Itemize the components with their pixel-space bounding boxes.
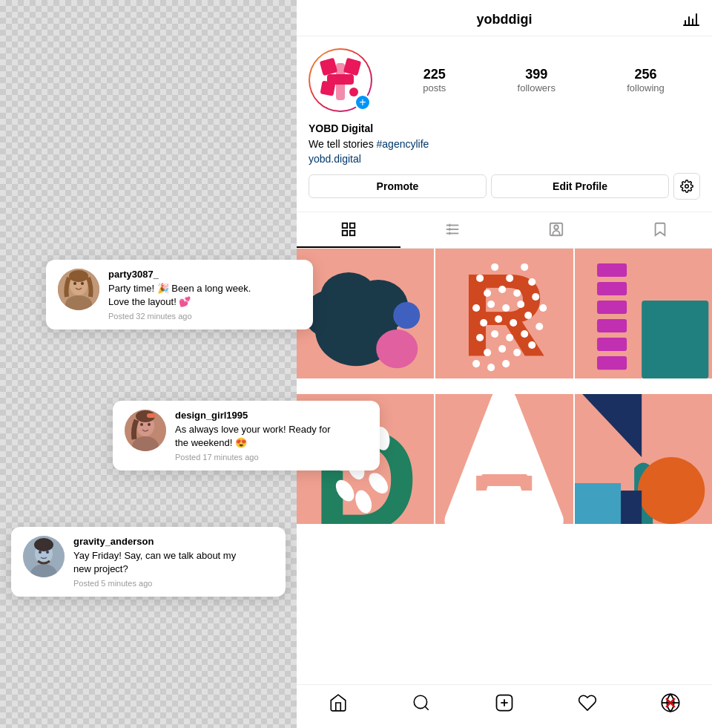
- comment-time-3: Posted 5 minutes ago: [73, 579, 237, 588]
- svg-rect-67: [597, 301, 627, 314]
- action-buttons: Promote Edit Profile: [309, 173, 700, 200]
- tab-tagged[interactable]: [504, 212, 608, 248]
- stat-followers[interactable]: 399 followers: [518, 67, 556, 94]
- svg-rect-90: [619, 491, 642, 524]
- grid-cell-2[interactable]: R: [435, 249, 573, 378]
- svg-point-40: [514, 289, 521, 297]
- comment-username-3: gravity_anderson: [73, 536, 237, 547]
- bio-text: We tell stories: [309, 138, 377, 150]
- stat-posts[interactable]: 225 posts: [423, 67, 446, 94]
- nav-search[interactable]: [380, 692, 463, 713]
- avatar-add-icon[interactable]: +: [355, 94, 371, 111]
- followers-label: followers: [518, 82, 556, 94]
- edit-profile-button[interactable]: Edit Profile: [491, 174, 669, 198]
- svg-point-104: [73, 282, 76, 285]
- grid-cell-5[interactable]: A: [435, 394, 573, 524]
- svg-point-43: [487, 301, 495, 308]
- comment-card-1: party3087_ Party time! 🎉 Been a long wee…: [46, 260, 313, 329]
- profile-bio: We tell stories #agencylife: [309, 137, 700, 152]
- nav-profile[interactable]: [629, 692, 712, 713]
- svg-point-44: [502, 304, 510, 312]
- comment-avatar-3: [23, 536, 65, 577]
- grid-cell-6[interactable]: [575, 394, 712, 524]
- svg-point-41: [529, 278, 536, 286]
- svg-point-50: [525, 312, 533, 319]
- svg-point-119: [34, 538, 53, 551]
- grid-cell-3[interactable]: [575, 249, 712, 378]
- svg-point-36: [506, 275, 513, 282]
- profile-top: + 225 posts 399 followers 256 following: [309, 48, 700, 112]
- svg-point-59: [514, 349, 521, 356]
- comment-content-3: gravity_anderson Yay Friday! Say, can we…: [73, 536, 237, 588]
- svg-rect-16: [350, 230, 355, 235]
- svg-point-31: [393, 302, 420, 329]
- avatar-wrapper[interactable]: +: [309, 48, 372, 112]
- grid-icon: [340, 221, 357, 237]
- svg-rect-91: [575, 483, 621, 524]
- settings-button[interactable]: [673, 173, 700, 200]
- svg-point-38: [484, 289, 491, 297]
- svg-point-47: [480, 319, 487, 327]
- nav-home[interactable]: [297, 692, 380, 713]
- svg-point-51: [540, 304, 547, 312]
- svg-line-93: [425, 706, 429, 710]
- stat-following[interactable]: 256 following: [627, 67, 665, 94]
- tab-saved[interactable]: [608, 212, 712, 248]
- svg-point-46: [533, 293, 540, 301]
- svg-point-24: [554, 225, 558, 229]
- svg-rect-15: [343, 230, 347, 235]
- svg-point-56: [536, 323, 544, 330]
- tab-list[interactable]: [400, 212, 504, 248]
- svg-rect-113: [147, 413, 156, 418]
- following-label: following: [627, 82, 665, 94]
- top-bar-username: yobddigi: [477, 12, 533, 27]
- svg-point-111: [148, 423, 151, 426]
- svg-point-52: [476, 334, 484, 341]
- comment-content-2: design_girl1995 As always love your work…: [175, 410, 338, 462]
- svg-point-58: [498, 345, 506, 352]
- comment-time-2: Posted 17 minutes ago: [175, 453, 338, 462]
- comment-avatar-1: [58, 269, 99, 310]
- comment-text-1: Party time! 🎉 Been a long week. Love the…: [108, 282, 271, 309]
- stats-row: 225 posts 399 followers 256 following: [387, 67, 700, 94]
- svg-point-12: [685, 184, 689, 188]
- svg-point-34: [476, 275, 484, 282]
- posts-label: posts: [423, 82, 446, 94]
- home-icon: [329, 693, 348, 712]
- comment-text-2: As always love your work! Ready for the …: [175, 423, 338, 450]
- svg-rect-87: [481, 474, 527, 486]
- person-tag-icon: [548, 221, 564, 237]
- svg-point-105: [81, 282, 84, 285]
- svg-point-37: [521, 263, 529, 270]
- svg-point-30: [376, 329, 418, 368]
- svg-point-106: [69, 270, 88, 282]
- following-count: 256: [635, 67, 657, 83]
- svg-point-63: [502, 360, 510, 367]
- svg-point-10: [349, 88, 358, 96]
- comment-card-3: gravity_anderson Yay Friday! Say, can we…: [11, 527, 286, 597]
- comment-card-2: design_girl1995 As always love your work…: [113, 401, 380, 470]
- svg-point-29: [320, 272, 377, 321]
- profile-link[interactable]: yobd.digital: [309, 153, 361, 165]
- svg-rect-11: [336, 63, 345, 100]
- profile-name: YOBD Digital: [309, 122, 700, 134]
- nav-add[interactable]: [463, 692, 546, 713]
- posts-count: 225: [423, 67, 446, 83]
- tab-grid[interactable]: [297, 212, 400, 248]
- app-container: yobddigi: [297, 0, 712, 728]
- stats-icon[interactable]: [682, 10, 700, 28]
- hashtag-agencylife[interactable]: #agencylife: [377, 138, 429, 150]
- followers-count: 399: [525, 67, 547, 83]
- comment-username-1: party3087_: [108, 269, 271, 280]
- promote-button[interactable]: Promote: [309, 174, 487, 198]
- bookmark-icon: [652, 221, 668, 237]
- svg-rect-13: [343, 223, 347, 227]
- list-icon: [444, 221, 461, 237]
- nav-heart[interactable]: [546, 692, 629, 713]
- profile-section: + 225 posts 399 followers 256 following …: [297, 36, 712, 206]
- gear-icon: [680, 180, 693, 193]
- svg-rect-71: [642, 301, 708, 378]
- heart-icon: [578, 693, 597, 712]
- grid-cell-1[interactable]: [297, 249, 434, 378]
- top-bar-icons: [682, 10, 700, 28]
